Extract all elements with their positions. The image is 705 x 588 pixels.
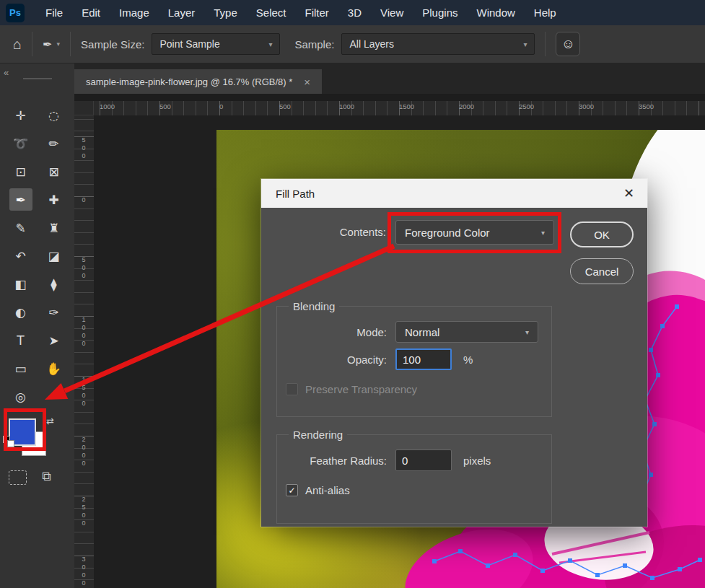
tool-preset-dropdown[interactable]: ✒ ▾: [43, 38, 60, 51]
more-tools[interactable]: ⋯: [38, 382, 71, 411]
frame-tool[interactable]: ⊠: [38, 157, 71, 185]
antialias-checkbox[interactable]: ✓: [286, 484, 298, 496]
lasso-tool[interactable]: ➰: [4, 129, 38, 157]
history-brush-tool[interactable]: ↶: [4, 242, 38, 270]
mode-dropdown[interactable]: Normal ▾: [395, 321, 538, 343]
photoshop-logo: Ps: [6, 4, 25, 22]
menu-view[interactable]: View: [371, 0, 413, 25]
feather-radius-input[interactable]: [395, 449, 452, 471]
ruler-corner: [74, 101, 94, 115]
feather-radius-label: Feather Radius:: [286, 455, 387, 467]
menu-file[interactable]: File: [36, 0, 72, 25]
menu-help[interactable]: Help: [525, 0, 566, 25]
eraser-tool[interactable]: ◪: [38, 242, 71, 270]
paint-bucket-tool[interactable]: ◧: [4, 270, 38, 298]
ruler-number: 2000: [74, 436, 87, 496]
chevron-down-icon: ▾: [57, 40, 61, 48]
sample-size-dropdown[interactable]: Point Sample ▾: [152, 33, 280, 55]
pen-tool[interactable]: ✑: [38, 298, 71, 326]
menu-edit[interactable]: Edit: [72, 0, 110, 25]
tab-bar: sample-image-pink-flower.jpg @ 16.7% (RG…: [74, 63, 705, 94]
home-icon[interactable]: ⌂: [13, 36, 22, 53]
ruler-number: 1500: [74, 376, 87, 436]
dodge-tool[interactable]: ◐: [4, 298, 38, 326]
dialog-body: Contents: Foreground Color ▾ OK Cancel B…: [261, 208, 647, 527]
document-tab[interactable]: sample-image-pink-flower.jpg @ 16.7% (RG…: [74, 69, 322, 94]
ruler-number: 500: [74, 136, 87, 196]
menu-bar: Ps File Edit Image Layer Type Select Fil…: [0, 0, 705, 25]
quick-mask-button[interactable]: [9, 470, 27, 485]
ruler-number: 0: [219, 101, 279, 115]
sample-dropdown[interactable]: All Layers ▾: [341, 33, 535, 55]
crop-tool[interactable]: ⊡: [4, 157, 38, 185]
feather-unit: pixels: [463, 455, 491, 467]
quick-selection-tool[interactable]: ✏: [38, 129, 71, 157]
horizontal-ruler[interactable]: 10005000500100015002000250030003500: [94, 101, 705, 115]
chevron-down-icon: ▾: [525, 328, 529, 336]
preserve-transparency-checkbox[interactable]: [286, 383, 298, 395]
separator: [32, 32, 32, 56]
menu-layer[interactable]: Layer: [159, 0, 205, 25]
opacity-input[interactable]: [395, 348, 452, 370]
preserve-transparency-label: Preserve Transparency: [305, 383, 417, 395]
panel-grip[interactable]: [23, 78, 52, 79]
menu-select[interactable]: Select: [247, 0, 296, 25]
dialog-titlebar[interactable]: Fill Path ✕: [261, 179, 647, 208]
rendering-group: Rendering Feather Radius: pixels ✓ Anti-…: [276, 429, 552, 524]
marquee-tool[interactable]: ◌: [38, 101, 71, 129]
move-tool[interactable]: ✛: [4, 101, 38, 129]
separator: [545, 32, 546, 56]
document-tab-title: sample-image-pink-flower.jpg @ 16.7% (RG…: [86, 76, 292, 87]
blending-group: Blending Mode: Normal ▾ Opacity: % Prese…: [276, 300, 552, 417]
mode-label: Mode:: [286, 326, 387, 338]
fill-path-dialog: Fill Path ✕ Contents: Foreground Color ▾…: [261, 179, 647, 527]
path-selection-tool[interactable]: ➤: [38, 326, 71, 354]
brush-tool[interactable]: ✎: [4, 214, 38, 242]
dialog-title: Fill Path: [276, 188, 315, 200]
menu-image[interactable]: Image: [110, 0, 159, 25]
antialias-label: Anti-alias: [305, 484, 350, 496]
menu-3d[interactable]: 3D: [338, 0, 371, 25]
color-swatches: ⇄: [0, 413, 74, 514]
zoom-tool[interactable]: ◎: [4, 382, 38, 411]
mode-value: Normal: [405, 326, 439, 338]
default-colors-icon[interactable]: [3, 436, 16, 449]
ruler-number: 500: [279, 101, 339, 115]
dialog-close-icon[interactable]: ✕: [623, 185, 634, 201]
chevron-down-icon: ▾: [263, 40, 272, 48]
sampling-ring-toggle[interactable]: ☺: [556, 32, 580, 56]
cancel-button[interactable]: Cancel: [570, 258, 634, 284]
contents-dropdown[interactable]: Foreground Color ▾: [395, 220, 554, 245]
swap-colors-icon[interactable]: ⇄: [46, 416, 54, 426]
opacity-unit: %: [463, 354, 473, 366]
menu-filter[interactable]: Filter: [296, 0, 338, 25]
spot-healing-tool[interactable]: ✚: [38, 185, 71, 214]
tab-close-icon[interactable]: ×: [304, 76, 310, 88]
sample-value: All Layers: [349, 38, 393, 50]
ok-button[interactable]: OK: [570, 221, 634, 247]
menu-type[interactable]: Type: [204, 0, 247, 25]
type-tool[interactable]: T: [4, 326, 38, 354]
ruler-number: 1000: [339, 101, 399, 115]
collapse-panel-icon[interactable]: «: [4, 67, 9, 78]
sample-size-value: Point Sample: [159, 38, 219, 50]
screen-mode-button[interactable]: ⧉: [42, 469, 51, 484]
ruler-number: 500: [74, 256, 87, 316]
menu-window[interactable]: Window: [467, 0, 524, 25]
ruler-number: 0: [74, 196, 87, 256]
clone-stamp-tool[interactable]: ♜: [38, 214, 71, 242]
eyedropper-tool[interactable]: ✒: [4, 185, 38, 214]
opacity-label: Opacity:: [286, 354, 387, 366]
blur-tool[interactable]: ⧫: [38, 270, 71, 298]
chevron-down-icon: ▾: [517, 40, 527, 48]
rectangle-tool[interactable]: ▭: [4, 354, 38, 382]
hand-tool[interactable]: ✋: [38, 354, 71, 382]
menu-items: File Edit Image Layer Type Select Filter…: [36, 0, 566, 25]
sample-label: Sample:: [294, 38, 334, 51]
menu-plugins[interactable]: Plugins: [413, 0, 467, 25]
eyedropper-icon: ✒: [43, 38, 52, 51]
vertical-ruler[interactable]: 500050010001500200025003000: [74, 115, 94, 588]
separator: [70, 32, 71, 56]
options-bar: ⌂ ✒ ▾ Sample Size: Point Sample ▾ Sample…: [0, 25, 705, 63]
contents-label: Contents:: [261, 226, 386, 238]
